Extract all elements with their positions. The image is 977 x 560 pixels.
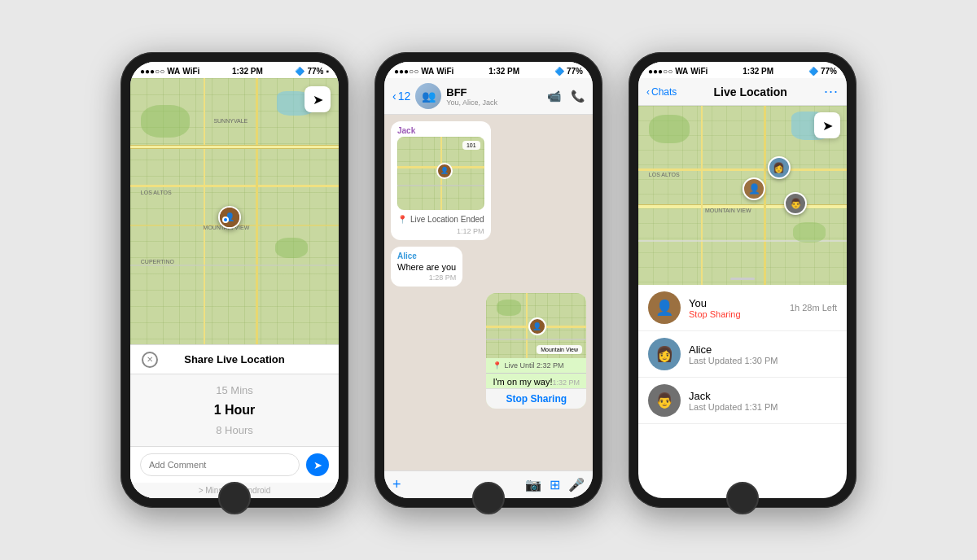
stop-sharing-button[interactable]: Stop Sharing [486, 388, 586, 409]
phone-1: ●●●○○ WA WiFi 1:32 PM 🔷 77% ▪ [120, 52, 348, 508]
plus-icon[interactable]: + [392, 476, 401, 493]
map-label-losaltos-3: LOS ALTOS [649, 172, 680, 177]
jack-info: Jack Last Updated 1:31 PM [689, 390, 837, 412]
home-button-2[interactable] [472, 482, 505, 514]
send-button[interactable]: ➤ [306, 453, 329, 476]
map-label-101: 101 [462, 141, 480, 150]
participant-you: 👤 You Stop Sharing 1h 28m Left [638, 285, 847, 331]
time-3: 1:32 PM [743, 67, 773, 76]
comment-row: ➤ [130, 446, 339, 483]
map-label-mtview-3: MOUNTAIN VIEW [705, 208, 751, 213]
participant-alice: 👩 Alice Last Updated 1:30 PM [638, 331, 847, 378]
share-panel-header: ✕ Share Live Location [130, 345, 339, 374]
status-bar-3: ●●●○○ WA WiFi 1:32 PM 🔷 77% [638, 62, 847, 78]
mountain-view-label: Mountain View [537, 345, 582, 354]
comment-input[interactable] [140, 453, 300, 476]
status-bar-2: ●●●○○ WA WiFi 1:32 PM 🔷 77% [384, 62, 593, 78]
duration-15min[interactable]: 15 Mins [130, 381, 339, 400]
you-time-left: 1h 28m Left [790, 303, 837, 313]
time-2: 1:32 PM [488, 67, 519, 76]
share-title: Share Live Location [184, 353, 285, 365]
alice-name: Alice [689, 343, 837, 356]
back-button-chat[interactable]: ‹ 12 [392, 90, 410, 103]
sent-text-row: I'm on my way! 1:32 PM [486, 374, 586, 388]
jack-avatar: 👨 [648, 384, 681, 417]
map-label-1: LOS ALTOS [141, 190, 172, 195]
jack-last-updated: Last Updated 1:31 PM [689, 402, 837, 412]
home-button-3[interactable] [726, 482, 759, 514]
call-icon[interactable]: 📞 [571, 90, 585, 103]
you-info: You Stop Sharing [689, 297, 782, 319]
alice-text: Where are you [397, 262, 456, 272]
chat-messages: Jack 👤 101 📍 Live Location Ended 1:12 PM [384, 115, 593, 470]
toolbar-left-icons: + [392, 476, 401, 493]
phone-3: ●●●○○ WA WiFi 1:32 PM 🔷 77% ‹ Chats Live… [629, 52, 857, 508]
alice-info: Alice Last Updated 1:30 PM [689, 343, 837, 365]
duration-8hours[interactable]: 8 Hours [130, 421, 339, 440]
jack-map-pin-3: 👨 [784, 192, 807, 215]
chat-icons: 📹 📞 [547, 90, 585, 103]
sent-live-location: 👤 Mountain View 📍 Live Until 2:32 PM I'm… [486, 293, 586, 409]
grid-icon[interactable]: ⊞ [550, 477, 560, 492]
participants-list: 👤 You Stop Sharing 1h 28m Left 👩 Alice L… [638, 285, 847, 498]
alice-last-updated: Last Updated 1:30 PM [689, 356, 837, 365]
duration-picker: 15 Mins 1 Hour 8 Hours [130, 374, 339, 446]
alice-msg-time: 1:28 PM [397, 273, 456, 282]
share-panel: ✕ Share Live Location 15 Mins 1 Hour 8 H… [130, 344, 339, 498]
you-map-pin-3: 👤 [743, 177, 765, 200]
toolbar-right-icons: 📷 ⊞ 🎤 [525, 477, 585, 492]
alice-message: Alice Where are you 1:28 PM [391, 247, 462, 287]
alice-sender-label: Alice [397, 252, 456, 260]
live-location-title: Live Location [714, 85, 787, 98]
chat-name: BFF [446, 86, 542, 98]
chat-info: BFF You, Alice, Jack [446, 86, 542, 107]
mic-icon[interactable]: 🎤 [568, 477, 585, 492]
jack-map-bubble: 👤 101 [397, 137, 484, 210]
video-icon[interactable]: 📹 [547, 90, 561, 103]
chat-header: ‹ 12 👥 BFF You, Alice, Jack 📹 📞 [384, 78, 593, 115]
more-options-button[interactable]: ··· [824, 83, 839, 100]
back-label: 12 [398, 90, 411, 103]
jack-name: Jack [689, 390, 837, 402]
user-location-pin-1: 👤 [218, 206, 241, 229]
map-background-1: LOS ALTOS MOUNTAIN VIEW SUNNYVALE CUPERT… [130, 78, 339, 344]
map-label-4: CUPERTINO [141, 259, 174, 265]
sent-msg-time: 1:32 PM [552, 378, 580, 387]
jack-map-message: Jack 👤 101 📍 Live Location Ended 1:12 PM [391, 121, 491, 240]
sent-map-preview: 👤 Mountain View [486, 293, 586, 358]
chat-group-avatar: 👥 [415, 83, 441, 109]
back-chats-button[interactable]: ‹ Chats [646, 86, 677, 98]
live-until-footer: 📍 Live Until 2:32 PM [486, 358, 586, 374]
map-label-3: SUNNYVALE [213, 118, 248, 124]
you-avatar: 👤 [648, 291, 681, 324]
scroll-indicator [730, 278, 755, 280]
live-location-map: LOS ALTOS MOUNTAIN VIEW 👤 👩 👨 ➤ [638, 106, 847, 285]
compass-button-3[interactable]: ➤ [814, 112, 840, 138]
jack-sender-label: Jack [397, 126, 484, 135]
back-chats-label: Chats [651, 86, 677, 98]
jack-map-pin: 👤 [436, 163, 453, 179]
battery-1: 🔷 77% ▪ [295, 67, 329, 76]
compass-button-1[interactable]: ➤ [304, 86, 331, 112]
live-location-header: ‹ Chats Live Location ··· [638, 78, 847, 106]
chat-sub: You, Alice, Jack [446, 98, 542, 107]
compass-icon-1: ➤ [313, 92, 323, 107]
alice-map-pin-3: 👩 [768, 156, 791, 179]
close-icon: ✕ [147, 355, 153, 364]
send-icon: ➤ [313, 459, 322, 471]
carrier-text-1: WA [167, 67, 180, 76]
carrier-1: ●●●○○ WA WiFi [140, 67, 199, 76]
phone-2: ●●●○○ WA WiFi 1:32 PM 🔷 77% ‹ 12 👥 BFF Y… [375, 52, 602, 508]
camera-icon[interactable]: 📷 [525, 477, 541, 492]
time-1: 1:32 PM [232, 67, 263, 76]
you-name: You [689, 297, 782, 309]
participant-jack: 👨 Jack Last Updated 1:31 PM [638, 378, 847, 424]
status-bar-1: ●●●○○ WA WiFi 1:32 PM 🔷 77% ▪ [130, 62, 339, 78]
stop-sharing-status[interactable]: Stop Sharing [689, 309, 782, 319]
duration-1hour[interactable]: 1 Hour [130, 400, 339, 421]
live-ended-notice: 📍 Live Location Ended [397, 212, 484, 225]
home-button-1[interactable] [218, 482, 251, 514]
close-button[interactable]: ✕ [142, 352, 158, 368]
location-dot-1 [222, 217, 229, 223]
jack-msg-time: 1:12 PM [397, 227, 484, 235]
